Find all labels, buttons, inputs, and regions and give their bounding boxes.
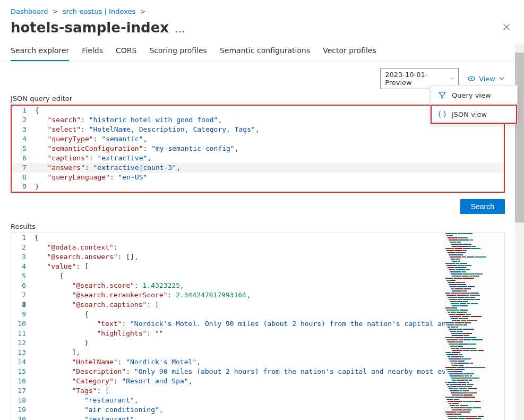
line-number: 7 <box>11 290 35 300</box>
code-line[interactable]: 14 "HotelName": "Nordick's Motel", <box>11 357 445 367</box>
code-line[interactable]: 6 "captions": "extractive", <box>12 153 504 163</box>
view-menu-button[interactable]: View <box>467 74 505 83</box>
chevron-down-icon <box>499 75 505 82</box>
view-menu-item-label: Query view <box>452 91 491 99</box>
code-line[interactable]: 19 "air conditioning", <box>11 405 445 415</box>
page-title: hotels-sample-index <box>11 20 169 36</box>
line-number: 17 <box>11 386 35 396</box>
code-line[interactable]: 5 "semanticConfiguration": "my-semantic-… <box>12 144 504 153</box>
line-number: 15 <box>11 367 35 376</box>
code-line[interactable]: 5 { <box>11 271 445 281</box>
code-line[interactable]: 13 ], <box>11 348 445 357</box>
line-number: 10 <box>11 319 35 329</box>
view-label: View <box>479 75 495 83</box>
tab-semantic-configurations[interactable]: Semantic configurations <box>220 41 310 61</box>
code-line[interactable]: 18 "restaurant", <box>11 396 445 405</box>
line-number: 8 <box>12 173 35 182</box>
code-line[interactable]: 1{ <box>11 233 445 243</box>
chevron-right-icon: > <box>53 7 58 15</box>
breadcrumb-service[interactable]: srch-eastus | Indexes <box>63 7 136 15</box>
line-number: 3 <box>11 252 35 262</box>
line-number: 18 <box>11 396 35 405</box>
more-menu-button[interactable]: … <box>175 23 185 35</box>
line-number: 2 <box>11 243 35 252</box>
close-icon <box>503 23 510 31</box>
breadcrumb: Dashboard > srch-eastus | Indexes > <box>0 0 524 18</box>
line-number: 14 <box>11 357 35 367</box>
code-line[interactable]: 17 "Tags": [ <box>11 386 445 396</box>
line-number: 5 <box>12 144 35 153</box>
results-section-label: Results <box>0 220 524 233</box>
eye-icon <box>467 74 476 83</box>
view-menu-item-label: JSON view <box>452 110 487 118</box>
code-line[interactable]: 15 "Description": "Only 90 miles (about … <box>11 367 445 376</box>
code-line[interactable]: 4 "queryType": "semantic", <box>12 134 504 144</box>
code-line[interactable]: 8 "@search.captions": [ <box>11 300 445 310</box>
code-line[interactable]: 8 "queryLanguage": "en-US" <box>12 173 504 182</box>
code-line[interactable]: 7 "answers": "extractive|count-3", <box>12 163 504 173</box>
line-number: 6 <box>11 281 35 290</box>
code-line[interactable]: 2 "@odata.context": <box>11 243 445 252</box>
line-number: 13 <box>11 348 35 357</box>
view-menu-json-view[interactable]: JSON view <box>431 105 517 124</box>
line-number: 1 <box>11 233 35 243</box>
code-line[interactable]: 3 "@search.answers": [], <box>11 252 445 262</box>
line-number: 5 <box>11 271 35 281</box>
line-number: 20 <box>11 415 35 420</box>
line-number: 19 <box>11 405 35 415</box>
code-line[interactable]: 9 { <box>11 310 445 319</box>
code-line[interactable]: 7 "@search.rerankerScore": 2.34424781799… <box>11 290 445 300</box>
search-button[interactable]: Search <box>460 199 505 214</box>
code-line[interactable]: 10 "text": "Nordick's Motel. Only 90 mil… <box>11 319 445 329</box>
tab-fields[interactable]: Fields <box>82 41 103 61</box>
code-line[interactable]: 6 "@search.score": 1.4323225, <box>11 281 445 290</box>
minimap[interactable] <box>445 233 504 420</box>
api-version-value: 2023-10-01-Preview <box>385 71 428 87</box>
code-line[interactable]: 12 } <box>11 338 445 348</box>
line-number: 2 <box>12 115 35 125</box>
view-menu: Query view JSON view <box>430 85 518 124</box>
code-line[interactable]: 9} <box>12 182 504 192</box>
svg-point-1 <box>471 78 473 79</box>
line-number: 3 <box>12 125 35 134</box>
tab-search-explorer[interactable]: Search explorer <box>11 41 69 61</box>
close-button[interactable] <box>500 20 513 36</box>
line-number: 9 <box>11 310 35 319</box>
line-number: 7 <box>12 163 35 173</box>
line-number: 11 <box>11 329 35 338</box>
braces-icon <box>438 110 446 118</box>
view-menu-query-view[interactable]: Query view <box>431 85 517 105</box>
line-number: 12 <box>11 338 35 348</box>
code-line[interactable]: 11 "highlights": "" <box>11 329 445 338</box>
line-number: 6 <box>12 153 35 163</box>
tab-scoring-profiles[interactable]: Scoring profiles <box>149 41 207 61</box>
line-number: 4 <box>11 262 35 271</box>
line-number: 1 <box>12 106 35 115</box>
line-number: 16 <box>11 376 35 386</box>
chevron-right-icon: > <box>140 7 145 15</box>
chevron-down-icon <box>450 75 454 82</box>
line-number: 4 <box>12 134 35 144</box>
tab-cors[interactable]: CORS <box>116 41 136 61</box>
results-viewer[interactable]: 1{2 "@odata.context":3 "@search.answers"… <box>11 233 505 420</box>
code-line[interactable]: 16 "Category": "Resort and Spa", <box>11 376 445 386</box>
code-line[interactable]: 20 "restaurant" <box>11 415 445 420</box>
filter-icon <box>438 91 446 99</box>
code-line[interactable]: 4 "value": [ <box>11 262 445 271</box>
tab-vector-profiles[interactable]: Vector profiles <box>323 41 376 61</box>
line-number: 9 <box>12 182 35 192</box>
code-line[interactable]: 3 "select": "HotelName, Description, Cat… <box>12 125 504 134</box>
line-number: 8 <box>11 300 35 310</box>
tabs: Search explorerFieldsCORSScoring profile… <box>0 41 524 62</box>
breadcrumb-dashboard[interactable]: Dashboard <box>11 7 48 15</box>
